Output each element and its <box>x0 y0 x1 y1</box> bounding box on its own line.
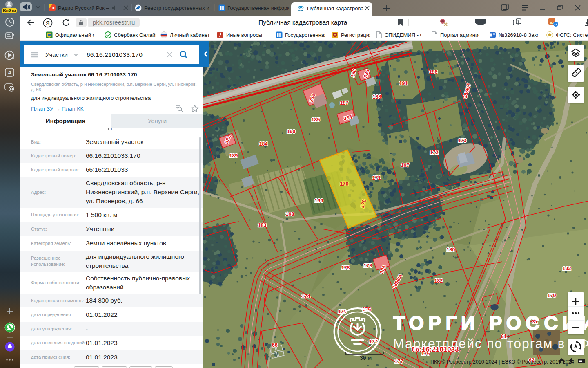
svg-text:169: 169 <box>315 198 323 204</box>
svg-text:66: 66 <box>272 342 278 348</box>
svg-text:173: 173 <box>458 138 467 144</box>
svg-text:ПКК © Росреестр 2010-2024 | ЕЭ: ПКК © Росреестр 2010-2024 | ЕЭКО © Росре… <box>430 359 574 365</box>
svg-text:186: 186 <box>429 69 438 75</box>
svg-text:30 м: 30 м <box>360 355 372 361</box>
svg-text:187: 187 <box>340 100 349 106</box>
svg-text:ТОРГИ РОССИИ: ТОРГИ РОССИИ <box>393 312 588 334</box>
svg-text:189: 189 <box>229 153 238 159</box>
svg-text:167: 167 <box>401 162 410 168</box>
svg-text:168: 168 <box>286 211 294 217</box>
svg-text:177: 177 <box>395 359 403 364</box>
svg-text:Я: Я <box>46 20 49 26</box>
svg-text:188: 188 <box>373 94 381 100</box>
svg-text:192: 192 <box>563 266 571 272</box>
svg-text:178: 178 <box>364 263 372 269</box>
svg-text:191: 191 <box>399 81 408 86</box>
svg-text:179: 179 <box>548 293 556 298</box>
svg-text:170: 170 <box>340 181 349 187</box>
svg-text:183: 183 <box>258 222 267 228</box>
svg-text:Маркетплейс по торгам в РФ: Маркетплейс по торгам в РФ <box>393 336 588 351</box>
svg-text:Войти: Войти <box>3 8 16 13</box>
svg-text:185: 185 <box>312 117 320 123</box>
svg-text:180: 180 <box>447 247 455 253</box>
svg-text:190: 190 <box>287 129 296 135</box>
svg-text:184: 184 <box>259 141 268 147</box>
svg-text:174: 174 <box>302 294 310 299</box>
svg-text:182: 182 <box>434 278 443 284</box>
svg-text:4: 4 <box>8 70 11 76</box>
svg-text:172: 172 <box>430 150 439 155</box>
svg-text:171: 171 <box>372 175 381 181</box>
svg-text:178: 178 <box>341 265 350 271</box>
